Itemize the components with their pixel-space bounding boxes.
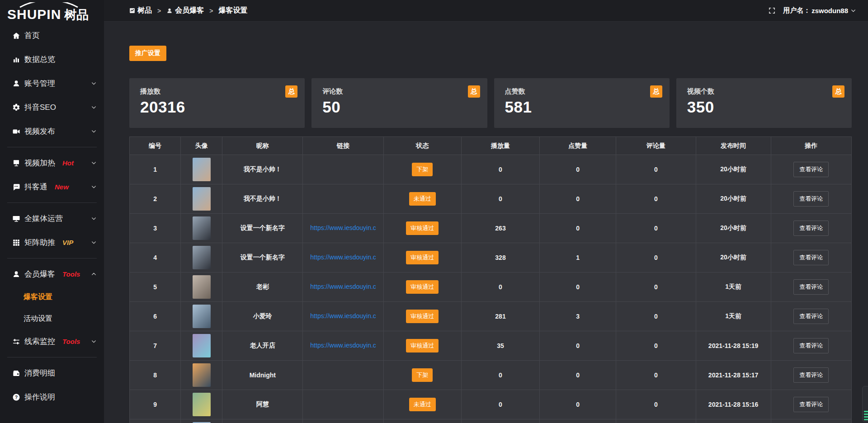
user-menu[interactable]: 用户名： zswodun88	[783, 6, 856, 15]
cell-actions: 查看评论	[771, 390, 851, 419]
view-comments-button[interactable]: 查看评论	[793, 162, 829, 177]
sidebar-item-video-heat[interactable]: 视频加热Hot	[0, 151, 104, 175]
column-header-nickname: 昵称	[222, 137, 303, 155]
total-badge: 总	[285, 85, 297, 98]
svg-text:?: ?	[15, 394, 18, 400]
stat-cards: 播放数 总 20316 评论数 总 50 点赞数 总 581 视频个数 总 35…	[129, 78, 852, 128]
avatar	[193, 393, 211, 416]
sidebar-item-member-baoke[interactable]: 会员爆客Tools	[0, 262, 104, 286]
cell-likes: 3	[540, 302, 616, 331]
chevron-down-icon	[850, 8, 856, 14]
cell-status: 下架	[383, 361, 461, 390]
stat-card-plays: 播放数 总 20316	[129, 78, 305, 128]
sidebar-item-home[interactable]: 首页	[0, 24, 104, 47]
chevron-down-icon	[91, 338, 97, 344]
avatar	[193, 158, 211, 181]
stat-card-value: 350	[687, 98, 841, 116]
video-link[interactable]: https://www.iesdouyin.c	[310, 312, 376, 320]
cell-avatar	[181, 390, 222, 419]
sidebar-item-video-publish[interactable]: 视频发布	[0, 119, 104, 143]
sidebar-item-tag: VIP	[62, 239, 73, 246]
view-comments-button[interactable]: 查看评论	[793, 367, 829, 383]
status-badge: 审核通过	[406, 310, 439, 323]
view-comments-button[interactable]: 查看评论	[793, 250, 829, 265]
view-comments-button[interactable]: 查看评论	[793, 309, 829, 324]
floating-widget[interactable]	[862, 386, 868, 422]
cell-actions: 查看评论	[771, 243, 851, 273]
table-row: 8Midnight下架0002021-11-28 15:17查看评论	[130, 361, 852, 390]
cell-actions: 查看评论	[771, 302, 851, 331]
cell-link: https://www.iesdouyin.c	[303, 214, 383, 243]
cell-status: 审核通过	[383, 302, 461, 331]
cell-comments: 0	[616, 243, 696, 273]
sidebar-item-douyin-seo[interactable]: 抖音SEO	[0, 95, 104, 119]
promo-settings-button[interactable]: 推广设置	[129, 46, 166, 61]
sidebar-item-media-operation[interactable]: 全媒体运营	[0, 207, 104, 230]
cell-avatar	[181, 155, 222, 184]
cell-status: 审核通过	[383, 214, 461, 243]
video-link[interactable]: https://www.iesdouyin.c	[310, 342, 376, 349]
status-badge: 审核通过	[406, 221, 439, 235]
breadcrumb-label: 树品	[137, 6, 152, 15]
sidebar-item-account-management[interactable]: 账号管理	[0, 71, 104, 95]
video-link[interactable]: https://www.iesdouyin.c	[310, 224, 376, 231]
chevron-down-icon	[91, 160, 97, 166]
sidebar-item-operation-guide[interactable]: ?操作说明	[0, 385, 104, 409]
sidebar-subitem-baoke-settings[interactable]: 爆客设置	[0, 286, 104, 308]
video-link[interactable]: https://www.iesdouyin.c	[310, 254, 376, 261]
cell-avatar	[181, 331, 222, 361]
column-header-status: 状态	[383, 137, 461, 155]
status-badge: 下架	[412, 163, 433, 176]
sidebar-item-matrix-boost[interactable]: 矩阵助推VIP	[0, 230, 104, 254]
cell-publish-time: 20小时前	[696, 243, 771, 273]
view-comments-button[interactable]: 查看评论	[793, 338, 829, 353]
breadcrumb-item-member-baoke[interactable]: 会员爆客	[166, 6, 204, 15]
view-comments-button[interactable]: 查看评论	[793, 279, 829, 295]
cell-nickname: 阿慧	[222, 390, 303, 419]
cell-id: 8	[130, 361, 181, 390]
cell-avatar	[181, 361, 222, 390]
table-row: 7老人开店https://www.iesdouyin.c审核通过35002021…	[130, 331, 852, 361]
username-value: zswodun88	[811, 7, 848, 14]
breadcrumb-item-shupin[interactable]: 树品	[129, 6, 152, 15]
stat-card-label: 评论数	[322, 87, 343, 95]
sidebar-subitem-activity-settings[interactable]: 活动设置	[0, 308, 104, 329]
status-badge: 审核通过	[406, 339, 439, 352]
app-square-icon	[129, 8, 135, 14]
sidebar-item-consume-detail[interactable]: 消费明细	[0, 361, 104, 385]
column-header-actions: 操作	[771, 137, 851, 155]
cell-id	[130, 419, 181, 423]
cell-likes: 0	[540, 184, 616, 214]
table-container: 编号头像昵称链接状态播放量点赞量评论量发布时间操作 1我不是小帅！下架00020…	[129, 136, 852, 423]
view-comments-button[interactable]: 查看评论	[793, 191, 829, 207]
cell-id: 9	[130, 390, 181, 419]
sidebar-item-data-overview[interactable]: 数据总览	[0, 47, 104, 71]
cell-actions: 查看评论	[771, 331, 851, 361]
cell-actions: 查看评论	[771, 361, 851, 390]
user-icon	[12, 79, 21, 88]
cell-status: 未通过	[383, 184, 461, 214]
sidebar-item-clue-monitor[interactable]: 线索监控Tools	[0, 329, 104, 353]
table-row: 9阿慧未通过0002021-11-28 15:16查看评论	[130, 390, 852, 419]
status-badge: 未通过	[409, 398, 436, 411]
total-badge: 总	[832, 85, 844, 98]
stat-card-videos: 视频个数 总 350	[676, 78, 852, 128]
view-comments-button[interactable]: 查看评论	[793, 397, 829, 412]
stat-card-value: 50	[322, 98, 476, 116]
cell-publish-time: 20小时前	[696, 214, 771, 243]
videos-table: 编号头像昵称链接状态播放量点赞量评论量发布时间操作 1我不是小帅！下架00020…	[129, 136, 852, 423]
column-header-plays: 播放量	[461, 137, 539, 155]
view-comments-button[interactable]: 查看评论	[793, 221, 829, 236]
table-row: 6小爱玲https://www.iesdouyin.c审核通过281301天前查…	[130, 302, 852, 331]
chevron-down-icon	[91, 104, 97, 110]
sidebar-item-douketong[interactable]: 抖客通New	[0, 175, 104, 199]
cell-link	[303, 155, 383, 184]
avatar	[193, 305, 211, 328]
cell-avatar	[181, 184, 222, 214]
fullscreen-icon[interactable]	[768, 7, 776, 14]
avatar	[193, 216, 211, 240]
cell-nickname: Midnight	[222, 361, 303, 390]
video-link[interactable]: https://www.iesdouyin.c	[310, 283, 376, 290]
chat-icon	[12, 183, 21, 192]
cell-comments: 0	[616, 302, 696, 331]
